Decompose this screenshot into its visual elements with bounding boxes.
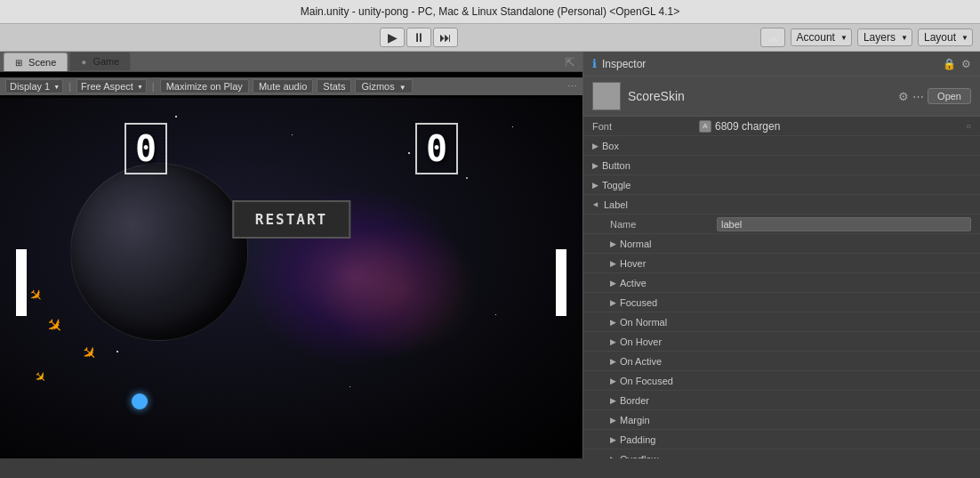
on-hover-label[interactable]: On Hover [620, 336, 662, 347]
maximize-play-button[interactable]: Maximize on Play [160, 79, 249, 93]
overflow-expand-arrow[interactable]: ▶ [610, 455, 616, 459]
layers-label: Layers [864, 31, 896, 44]
label-label[interactable]: Label [604, 199, 628, 210]
ball [132, 393, 148, 409]
on-active-label[interactable]: On Active [620, 356, 662, 367]
gizmos-label: Gizmos [361, 81, 394, 92]
active-property-row[interactable]: ▶ Active [583, 273, 980, 293]
hover-expand-arrow[interactable]: ▶ [610, 259, 616, 268]
focused-label[interactable]: Focused [620, 297, 657, 308]
on-hover-property-row[interactable]: ▶ On Hover [583, 332, 980, 352]
mute-audio-button[interactable]: Mute audio [253, 79, 313, 93]
star [512, 126, 513, 127]
scene-tab[interactable]: ⊞ Scene [4, 53, 68, 71]
box-expand-arrow[interactable]: ▶ [592, 142, 598, 150]
on-hover-expand-arrow[interactable]: ▶ [610, 337, 616, 346]
focused-property-row[interactable]: ▶ Focused [583, 293, 980, 312]
step-button[interactable]: ⏭ [433, 28, 458, 47]
normal-property-row[interactable]: ▶ Normal [583, 234, 980, 254]
normal-expand-arrow[interactable]: ▶ [610, 239, 616, 248]
gizmos-button[interactable]: Gizmos ▼ [355, 79, 412, 93]
name-value[interactable]: label [717, 217, 971, 231]
hover-property-row[interactable]: ▶ Hover [583, 254, 980, 273]
stats-button[interactable]: Stats [317, 79, 351, 93]
on-normal-expand-arrow[interactable]: ▶ [610, 318, 616, 327]
star [408, 152, 410, 154]
box-label[interactable]: Box [602, 141, 619, 151]
label-expand-arrow[interactable]: ▼ [591, 200, 600, 208]
display-dropdown[interactable]: Display 1 [5, 79, 63, 93]
margin-property-row[interactable]: ▶ Margin [583, 410, 980, 430]
border-label[interactable]: Border [620, 395, 649, 406]
account-label: Account [797, 31, 835, 44]
stats-label: Stats [323, 81, 345, 92]
asset-more-btn[interactable]: ⋯ [912, 88, 924, 104]
inspector-content[interactable]: Font A 6809 chargen ○ ▶ Box ▶ Button ▶ T [583, 117, 980, 458]
inspector-settings-icon[interactable]: ⚙ [961, 58, 971, 70]
active-label[interactable]: Active [620, 278, 647, 288]
playback-controls: ▶ ⏸ ⏭ [380, 28, 458, 47]
score-left: 0 [125, 123, 167, 174]
aspect-label: Free Aspect [81, 81, 133, 92]
layout-dropdown[interactable]: Layout [918, 28, 973, 46]
star [466, 177, 468, 179]
overflow-label[interactable]: Overflow [620, 454, 658, 459]
toggle-property-row[interactable]: ▶ Toggle [583, 175, 980, 195]
inspector-info-icon: ℹ [592, 57, 597, 70]
cloud-button[interactable]: ☁ [760, 28, 785, 47]
on-active-property-row[interactable]: ▶ On Active [583, 352, 980, 371]
account-dropdown[interactable]: Account [791, 28, 852, 46]
layers-dropdown[interactable]: Layers [857, 28, 912, 46]
toolbar: ▶ ⏸ ⏭ ☁ Account Layers Layout [0, 24, 980, 52]
on-focused-expand-arrow[interactable]: ▶ [610, 377, 616, 385]
border-property-row[interactable]: ▶ Border [583, 391, 980, 410]
restart-button[interactable]: RESTART [232, 200, 350, 239]
play-button[interactable]: ▶ [380, 28, 405, 47]
overflow-property-row[interactable]: ▶ Overflow [583, 450, 980, 458]
lock-icon[interactable]: 🔒 [943, 58, 956, 70]
inspector-panel: ℹ Inspector 🔒 ⚙ ScoreSkin ⚙ ⋯ Open Font … [582, 52, 980, 458]
on-focused-property-row[interactable]: ▶ On Focused [583, 371, 980, 391]
toggle-expand-arrow[interactable]: ▶ [592, 181, 598, 190]
button-property-row[interactable]: ▶ Button [583, 156, 980, 175]
pause-button[interactable]: ⏸ [406, 28, 431, 47]
window-title: Main.unity - unity-pong - PC, Mac & Linu… [301, 5, 679, 18]
padding-expand-arrow[interactable]: ▶ [610, 435, 616, 444]
asset-settings-btn[interactable]: ⚙ [898, 88, 909, 104]
toggle-label[interactable]: Toggle [602, 180, 631, 190]
focused-expand-arrow[interactable]: ▶ [610, 298, 616, 307]
hover-label[interactable]: Hover [620, 258, 646, 269]
margin-expand-arrow[interactable]: ▶ [610, 416, 616, 425]
planet [70, 163, 248, 341]
game-tab[interactable]: ● Game [69, 52, 131, 71]
paddle-left [16, 249, 27, 316]
expand-icon[interactable]: ⋯ [567, 81, 577, 93]
border-expand-arrow[interactable]: ▶ [610, 396, 616, 405]
ship-3: ✈ [76, 341, 102, 367]
inspector-title: Inspector [602, 58, 646, 70]
on-normal-label[interactable]: On Normal [620, 317, 667, 328]
maximize-icon[interactable]: ⇱ [561, 53, 579, 71]
ship-4: ✈ [30, 367, 51, 387]
display-label: Display 1 [10, 81, 50, 92]
open-button[interactable]: Open [928, 88, 971, 104]
main-area: ⊞ Scene ● Game ⇱ Display 1 | Free Aspect… [0, 52, 980, 458]
normal-label[interactable]: Normal [620, 239, 651, 249]
scene-tab-label: Scene [28, 57, 56, 68]
margin-label[interactable]: Margin [620, 415, 650, 425]
button-expand-arrow[interactable]: ▶ [592, 161, 598, 170]
box-property-row[interactable]: ▶ Box [583, 136, 980, 156]
on-focused-label[interactable]: On Focused [620, 376, 673, 386]
font-reset-icon[interactable]: ○ [966, 121, 971, 131]
label-property-row[interactable]: ▼ Label [583, 195, 980, 215]
font-property-row: Font A 6809 chargen ○ [583, 117, 980, 136]
on-active-expand-arrow[interactable]: ▶ [610, 357, 616, 366]
aspect-dropdown[interactable]: Free Aspect [76, 79, 147, 93]
padding-property-row[interactable]: ▶ Padding [583, 430, 980, 450]
font-label: Font [592, 121, 699, 132]
active-expand-arrow[interactable]: ▶ [610, 279, 616, 288]
on-normal-property-row[interactable]: ▶ On Normal [583, 312, 980, 332]
padding-label[interactable]: Padding [620, 434, 655, 445]
mute-audio-label: Mute audio [259, 81, 307, 92]
button-label[interactable]: Button [602, 160, 631, 171]
